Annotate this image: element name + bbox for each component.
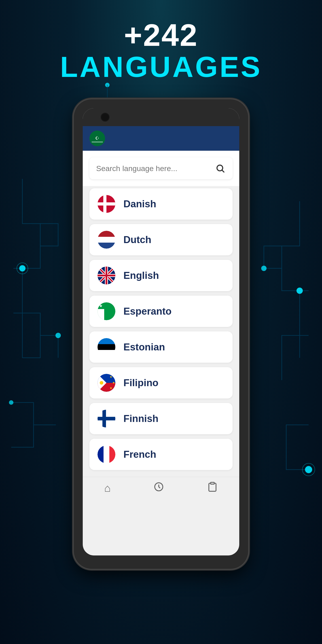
svg-rect-56 <box>98 417 116 420</box>
svg-point-5 <box>261 266 266 271</box>
list-item[interactable]: ★ Esperanto <box>90 296 232 327</box>
language-name: Danish <box>124 198 156 210</box>
svg-point-49 <box>100 381 103 384</box>
esperanto-flag: ★ <box>98 302 116 320</box>
search-input[interactable] <box>96 164 215 173</box>
svg-rect-63 <box>211 482 214 484</box>
svg-point-7 <box>302 463 315 476</box>
svg-text:★: ★ <box>110 375 112 378</box>
nav-clipboard[interactable] <box>207 482 218 495</box>
danish-flag <box>98 195 116 213</box>
svg-rect-60 <box>104 446 109 463</box>
language-name: French <box>124 449 156 460</box>
filipino-flag: ★ ★ ★ <box>98 374 116 392</box>
language-name: Dutch <box>124 234 152 245</box>
history-icon <box>154 482 164 495</box>
language-name: Esperanto <box>124 306 172 317</box>
french-flag <box>98 446 116 463</box>
svg-point-2 <box>56 333 61 338</box>
svg-rect-41 <box>98 338 116 344</box>
search-icon[interactable] <box>215 163 226 174</box>
svg-text:★: ★ <box>110 386 112 390</box>
list-item[interactable]: Estonian <box>90 332 232 363</box>
svg-rect-59 <box>98 446 104 463</box>
estonian-flag <box>98 338 116 356</box>
svg-point-6 <box>305 466 312 473</box>
svg-text:☪: ☪ <box>95 136 99 141</box>
list-item[interactable]: English <box>90 260 232 291</box>
svg-point-3 <box>9 400 14 405</box>
phone-screen: ☪ <box>83 108 239 556</box>
bottom-navigation: ⌂ <box>83 477 239 501</box>
list-item[interactable]: Danish <box>90 188 232 220</box>
phone-frame: ☪ <box>74 99 248 569</box>
dutch-flag <box>98 231 116 249</box>
header-section: +242 LANGUAGES <box>60 18 262 82</box>
camera-hole <box>100 113 110 122</box>
list-item[interactable]: Dutch <box>90 224 232 255</box>
list-item[interactable]: ★ ★ ★ Filipino <box>90 367 232 398</box>
svg-point-8 <box>105 83 110 87</box>
svg-point-4 <box>296 288 303 294</box>
svg-rect-61 <box>109 446 116 463</box>
header-subtitle: LANGUAGES <box>60 52 262 82</box>
svg-point-0 <box>19 265 26 272</box>
nav-history[interactable] <box>154 482 164 495</box>
svg-rect-23 <box>98 242 116 249</box>
svg-text:★: ★ <box>99 304 103 308</box>
nav-home[interactable]: ⌂ <box>104 482 111 494</box>
language-count: +242 <box>60 18 262 52</box>
finnish-flag <box>98 410 116 428</box>
language-name: Finnish <box>124 413 158 424</box>
svg-point-1 <box>17 263 28 274</box>
list-item[interactable]: Finnish <box>90 403 232 434</box>
home-icon: ⌂ <box>104 482 111 494</box>
language-list: Danish <box>83 186 239 477</box>
svg-line-15 <box>222 170 224 172</box>
phone-notch <box>83 108 239 126</box>
list-item[interactable]: French <box>90 439 232 470</box>
language-name: Filipino <box>124 377 158 388</box>
svg-rect-42 <box>98 344 116 350</box>
english-flag <box>98 266 116 284</box>
svg-rect-18 <box>98 202 116 206</box>
svg-rect-33 <box>98 274 116 276</box>
svg-text:★: ★ <box>112 381 115 384</box>
svg-rect-21 <box>98 231 116 237</box>
app-top-bar: ☪ <box>83 126 239 151</box>
phone-mockup: ☪ <box>74 99 248 569</box>
language-name: Estonian <box>124 342 165 353</box>
search-bar[interactable] <box>90 158 232 179</box>
saudi-flag: ☪ <box>90 130 105 146</box>
svg-rect-43 <box>98 350 116 356</box>
language-name: English <box>124 270 159 281</box>
svg-rect-22 <box>98 237 116 242</box>
clipboard-icon <box>207 482 218 495</box>
